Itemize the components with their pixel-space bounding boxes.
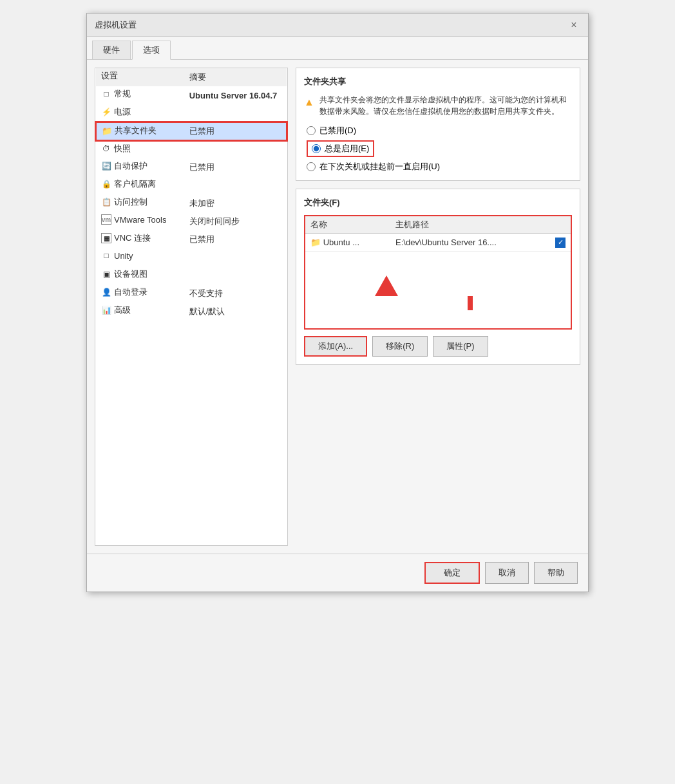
row-snapshot[interactable]: ⏱ 快照 bbox=[96, 140, 287, 158]
row-isolation-label: 客户机隔离 bbox=[114, 178, 156, 190]
tabs-bar: 硬件 选项 bbox=[87, 37, 588, 60]
folders-title: 文件夹(F) bbox=[304, 197, 572, 209]
row-shared-folder-label: 共享文件夹 bbox=[115, 125, 157, 136]
row-unity-summary bbox=[184, 248, 287, 266]
row-general-label: 常规 bbox=[114, 88, 131, 100]
isolation-icon: 🔒 bbox=[101, 179, 111, 189]
advanced-icon: 📊 bbox=[101, 305, 111, 315]
dialog-title: 虚拟机设置 bbox=[95, 19, 137, 31]
warning-icon: ▲ bbox=[304, 95, 314, 117]
row-unity-label: Unity bbox=[114, 251, 133, 261]
bottom-bar: 确定 取消 帮助 bbox=[87, 554, 588, 592]
row-access-control-label: 访问控制 bbox=[114, 196, 147, 208]
shared-folder-icon: 📁 bbox=[102, 126, 112, 136]
folder-row-path: E:\dev\Ubuntu Server 16.... bbox=[390, 234, 550, 252]
content-area: 设置 摘要 □ 常规 Ubuntu Server 16.04.7 bbox=[87, 60, 588, 554]
title-bar: 虚拟机设置 × bbox=[87, 14, 588, 37]
row-access-control-summary: 未加密 bbox=[184, 194, 287, 212]
vnc-icon: ▦ bbox=[101, 233, 111, 243]
confirm-button[interactable]: 确定 bbox=[424, 562, 480, 584]
row-vmware-tools-summary: 关闭时间同步 bbox=[184, 212, 287, 230]
radio-always-enable-label: 总是启用(E) bbox=[325, 143, 369, 154]
remove-button[interactable]: 移除(R) bbox=[372, 336, 428, 357]
row-power-label: 电源 bbox=[114, 106, 131, 118]
row-autosave-label: 自动保护 bbox=[114, 160, 147, 172]
row-power-summary bbox=[184, 104, 287, 122]
row-advanced-summary: 默认/默认 bbox=[184, 303, 287, 321]
row-shared-folder-summary: 已禁用 bbox=[184, 122, 287, 140]
row-autosave-summary: 已禁用 bbox=[184, 158, 287, 176]
row-advanced-label: 高级 bbox=[114, 304, 131, 316]
row-auto-login[interactable]: 👤 自动登录 不受支持 bbox=[96, 285, 287, 303]
arrow-shaft bbox=[468, 296, 473, 310]
device-view-icon: ▣ bbox=[101, 269, 111, 279]
arrow-annotation bbox=[310, 269, 566, 310]
radio-until-poweroff[interactable]: 在下次关机或挂起前一直启用(U) bbox=[307, 161, 572, 173]
folder-sharing-title: 文件夹共享 bbox=[304, 76, 572, 88]
folder-row[interactable]: 📁 Ubuntu ... E:\dev\Ubuntu Server 16....… bbox=[305, 234, 571, 252]
arrow-head-up bbox=[375, 275, 398, 296]
row-shared-folder[interactable]: 📁 共享文件夹 已禁用 bbox=[96, 122, 287, 140]
row-advanced[interactable]: 📊 高级 默认/默认 bbox=[96, 303, 287, 321]
unity-icon: □ bbox=[101, 250, 111, 261]
folder-buttons-row: 添加(A)... 移除(R) 属性(P) bbox=[304, 336, 572, 357]
col-setting-header: 设置 bbox=[96, 68, 180, 84]
cancel-button[interactable]: 取消 bbox=[485, 562, 529, 584]
row-isolation-summary bbox=[184, 176, 287, 194]
row-auto-login-summary: 不受支持 bbox=[184, 285, 287, 303]
row-snapshot-summary bbox=[184, 140, 287, 158]
folders-panel: 文件夹(F) 名称 主机路径 bbox=[296, 189, 580, 365]
left-settings-panel: 设置 摘要 □ 常规 Ubuntu Server 16.04.7 bbox=[95, 68, 288, 546]
row-device-view-label: 设备视图 bbox=[114, 268, 147, 280]
row-vmware-tools[interactable]: vm VMware Tools 关闭时间同步 bbox=[96, 212, 287, 230]
radio-always-enable-input[interactable] bbox=[312, 144, 321, 153]
radio-until-poweroff-input[interactable] bbox=[307, 162, 316, 171]
row-autosave[interactable]: 🔄 自动保护 已禁用 bbox=[96, 158, 287, 176]
col-check-header bbox=[550, 216, 571, 234]
vm-settings-dialog: 虚拟机设置 × 硬件 选项 设置 摘要 □ bbox=[86, 13, 589, 592]
folder-table: 名称 主机路径 📁 Ubuntu ... E:\ bbox=[305, 216, 571, 328]
power-icon: ⚡ bbox=[101, 107, 111, 117]
access-control-icon: 📋 bbox=[101, 197, 111, 207]
row-power[interactable]: ⚡ 电源 bbox=[96, 104, 287, 122]
col-summary-header: 摘要 bbox=[184, 68, 287, 86]
row-isolation[interactable]: 🔒 客户机隔离 bbox=[96, 176, 287, 194]
auto-login-icon: 👤 bbox=[101, 287, 111, 297]
sharing-radio-group: 已禁用(D) 总是启用(E) 在下次关机或挂起前一直启用(U) bbox=[307, 125, 572, 173]
tab-options[interactable]: 选项 bbox=[132, 41, 171, 60]
folder-row-checkbox[interactable]: ✓ bbox=[555, 238, 566, 248]
row-vnc-summary: 已禁用 bbox=[184, 230, 287, 248]
add-button[interactable]: 添加(A)... bbox=[304, 336, 367, 357]
warning-text: 共享文件夹会将您的文件显示给虚拟机中的程序。这可能为您的计算机和数据带来风险。请… bbox=[319, 94, 572, 117]
row-vnc[interactable]: ▦ VNC 连接 已禁用 bbox=[96, 230, 287, 248]
col-name-header: 名称 bbox=[305, 216, 390, 234]
right-panel: 文件夹共享 ▲ 共享文件夹会将您的文件显示给虚拟机中的程序。这可能为您的计算机和… bbox=[296, 68, 580, 546]
col-path-header: 主机路径 bbox=[390, 216, 550, 234]
row-general-summary: Ubuntu Server 16.04.7 bbox=[184, 86, 287, 104]
help-button[interactable]: 帮助 bbox=[534, 562, 578, 584]
snapshot-icon: ⏱ bbox=[101, 144, 111, 154]
autosave-icon: 🔄 bbox=[101, 161, 111, 171]
row-access-control[interactable]: 📋 访问控制 未加密 bbox=[96, 194, 287, 212]
folder-sharing-panel: 文件夹共享 ▲ 共享文件夹会将您的文件显示给虚拟机中的程序。这可能为您的计算机和… bbox=[296, 68, 580, 181]
radio-always-enable[interactable]: 总是启用(E) bbox=[307, 140, 374, 157]
tab-hardware[interactable]: 硬件 bbox=[92, 41, 131, 59]
row-device-view[interactable]: ▣ 设备视图 bbox=[96, 266, 287, 285]
radio-until-poweroff-label: 在下次关机或挂起前一直启用(U) bbox=[319, 161, 440, 173]
warning-box: ▲ 共享文件夹会将您的文件显示给虚拟机中的程序。这可能为您的计算机和数据带来风险… bbox=[304, 94, 572, 117]
row-unity[interactable]: □ Unity bbox=[96, 248, 287, 266]
monitor-icon: □ bbox=[101, 89, 111, 99]
close-button[interactable]: × bbox=[567, 19, 580, 32]
radio-disabled[interactable]: 已禁用(D) bbox=[307, 125, 572, 136]
row-vmware-tools-label: VMware Tools bbox=[114, 215, 166, 225]
empty-row-1 bbox=[305, 251, 571, 328]
row-vnc-label: VNC 连接 bbox=[114, 232, 151, 244]
radio-disabled-input[interactable] bbox=[307, 126, 316, 135]
row-general[interactable]: □ 常规 Ubuntu Server 16.04.7 bbox=[96, 86, 287, 104]
row-device-view-summary bbox=[184, 266, 287, 285]
vmware-tools-icon: vm bbox=[101, 214, 111, 225]
settings-table: 设置 摘要 □ 常规 Ubuntu Server 16.04.7 bbox=[95, 68, 287, 321]
properties-button[interactable]: 属性(P) bbox=[433, 336, 488, 357]
row-snapshot-label: 快照 bbox=[114, 143, 131, 154]
folder-row-icon: 📁 bbox=[310, 238, 321, 247]
